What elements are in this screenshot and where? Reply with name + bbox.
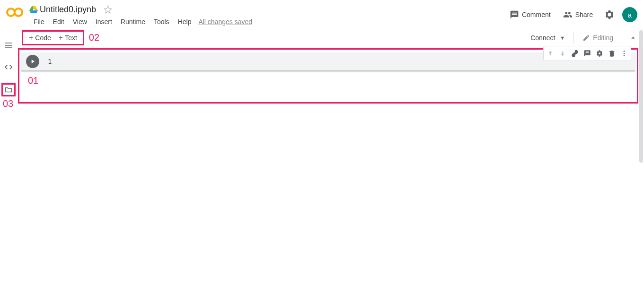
code-cell[interactable]: 1	[21, 52, 635, 71]
annotation-02: 02	[89, 32, 99, 43]
colab-logo-area	[0, 3, 29, 18]
add-text-button[interactable]: + Text	[55, 32, 81, 44]
svg-point-3	[624, 53, 625, 54]
gear-icon	[596, 50, 603, 57]
menu-view[interactable]: View	[69, 16, 91, 27]
annotation-01-box: 1 01	[18, 48, 638, 104]
annotation-03-box	[1, 83, 16, 96]
annotation-03: 03	[3, 98, 13, 109]
header-right: Comment Share a	[506, 3, 644, 23]
annotation-01: 01	[28, 75, 635, 86]
connect-button[interactable]: Connect ▼	[526, 31, 570, 44]
comment-icon	[510, 10, 519, 19]
menu-runtime[interactable]: Runtime	[116, 16, 150, 27]
divider	[622, 32, 622, 43]
svg-point-0	[7, 9, 15, 16]
settings-button[interactable]	[601, 7, 618, 23]
share-label: Share	[575, 11, 593, 18]
title-area: Untitled0.ipynb File Edit View Insert Ru…	[29, 3, 506, 28]
plus-icon: +	[29, 34, 33, 42]
toolbar: + Code + Text 02 Connect ▼ Editing	[0, 29, 644, 46]
add-text-label: Text	[65, 34, 77, 42]
gear-icon	[604, 9, 615, 20]
share-icon	[563, 10, 573, 19]
main: 1 01	[17, 46, 638, 304]
comment-label: Comment	[522, 11, 551, 18]
file-title[interactable]: Untitled0.ipynb	[40, 5, 96, 15]
toc-icon	[4, 41, 13, 50]
svg-point-1	[15, 9, 22, 16]
pencil-icon	[582, 34, 590, 42]
add-code-button[interactable]: + Code	[25, 32, 55, 44]
editing-button[interactable]: Editing	[578, 31, 618, 44]
collapse-button[interactable]	[626, 31, 640, 45]
files-button[interactable]	[4, 85, 13, 95]
arrow-down-icon	[559, 50, 566, 57]
connect-label: Connect	[530, 34, 555, 42]
share-button[interactable]: Share	[559, 7, 597, 22]
comment-cell-button[interactable]	[582, 48, 593, 59]
trash-icon	[608, 50, 616, 57]
code-snippets-button[interactable]	[3, 61, 14, 73]
menu-file[interactable]: File	[29, 16, 49, 27]
move-down-button[interactable]	[557, 48, 568, 59]
drive-icon	[29, 6, 38, 13]
user-avatar[interactable]: a	[622, 7, 637, 22]
plus-icon: +	[59, 34, 63, 42]
folder-icon	[4, 86, 13, 94]
menu-help[interactable]: Help	[174, 16, 196, 27]
left-sidebar	[0, 29, 17, 304]
menu-bar: File Edit View Insert Runtime Tools Help…	[29, 15, 506, 28]
play-icon	[29, 58, 36, 65]
menu-tools[interactable]: Tools	[150, 16, 174, 27]
annotation-02-box: + Code + Text	[22, 30, 84, 45]
link-button[interactable]	[569, 48, 581, 59]
svg-point-4	[624, 55, 625, 56]
move-up-button[interactable]	[545, 48, 556, 59]
chevron-up-icon	[629, 34, 637, 42]
delete-cell-button[interactable]	[606, 48, 618, 59]
star-icon[interactable]	[104, 5, 112, 14]
comment-icon	[583, 50, 591, 57]
menu-insert[interactable]: Insert	[91, 16, 116, 27]
arrow-up-icon	[547, 50, 554, 57]
cell-settings-button[interactable]	[594, 48, 605, 59]
scrollbar[interactable]	[639, 30, 643, 163]
run-cell-button[interactable]	[26, 55, 39, 68]
colab-logo-icon	[6, 7, 23, 18]
cell-toolbar	[543, 46, 631, 61]
link-icon	[571, 50, 579, 57]
divider	[573, 32, 574, 43]
svg-point-2	[624, 51, 625, 52]
more-vert-icon	[620, 50, 628, 57]
more-cell-button[interactable]	[618, 48, 630, 59]
add-code-label: Code	[35, 34, 51, 42]
table-of-contents-button[interactable]	[3, 40, 14, 51]
saved-status[interactable]: All changes saved	[198, 18, 252, 26]
code-icon	[4, 62, 13, 72]
menu-edit[interactable]: Edit	[49, 16, 69, 27]
caret-down-icon: ▼	[560, 35, 565, 41]
comment-button[interactable]: Comment	[506, 7, 555, 22]
header: Untitled0.ipynb File Edit View Insert Ru…	[0, 0, 644, 29]
editing-label: Editing	[593, 34, 613, 42]
